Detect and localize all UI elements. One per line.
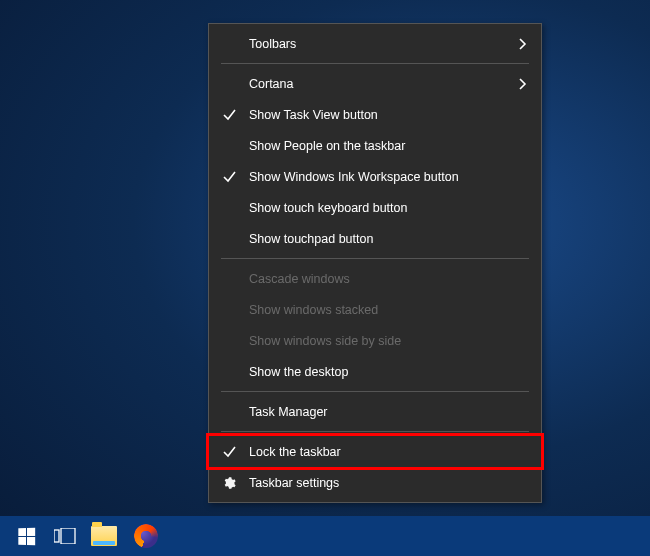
menu-item-label: Show Windows Ink Workspace button [249, 170, 511, 184]
menu-item-show-people-on-the-taskbar[interactable]: Show People on the taskbar [209, 130, 541, 161]
menu-item-show-touchpad-button[interactable]: Show touchpad button [209, 223, 541, 254]
menu-separator [221, 391, 529, 392]
menu-item-label: Lock the taskbar [249, 445, 511, 459]
menu-item-cortana[interactable]: Cortana [209, 68, 541, 99]
menu-item-task-manager[interactable]: Task Manager [209, 396, 541, 427]
menu-item-show-windows-stacked: Show windows stacked [209, 294, 541, 325]
menu-item-label: Show windows stacked [249, 303, 511, 317]
menu-item-label: Show Task View button [249, 108, 511, 122]
menu-item-label: Show windows side by side [249, 334, 511, 348]
chevron-right-icon [511, 38, 527, 50]
menu-item-lock-the-taskbar[interactable]: Lock the taskbar [209, 436, 541, 467]
menu-item-show-windows-ink-workspace-button[interactable]: Show Windows Ink Workspace button [209, 161, 541, 192]
menu-item-show-the-desktop[interactable]: Show the desktop [209, 356, 541, 387]
menu-item-label: Show People on the taskbar [249, 139, 511, 153]
file-explorer-button[interactable] [84, 516, 124, 556]
svg-rect-0 [54, 530, 59, 542]
task-view-button[interactable] [48, 516, 82, 556]
folder-icon [91, 526, 117, 546]
task-view-icon [54, 528, 76, 544]
menu-item-label: Show touch keyboard button [249, 201, 511, 215]
menu-item-taskbar-settings[interactable]: Taskbar settings [209, 467, 541, 498]
menu-item-label: Toolbars [249, 37, 511, 51]
check-icon [209, 445, 249, 458]
menu-item-label: Cortana [249, 77, 511, 91]
check-icon [209, 108, 249, 121]
menu-separator [221, 63, 529, 64]
taskbar [0, 516, 650, 556]
start-button[interactable] [6, 516, 46, 556]
menu-item-label: Taskbar settings [249, 476, 511, 490]
svg-rect-1 [61, 528, 75, 544]
firefox-button[interactable] [126, 516, 166, 556]
gear-icon [209, 476, 249, 490]
windows-logo-icon [18, 527, 35, 545]
menu-item-cascade-windows: Cascade windows [209, 263, 541, 294]
menu-item-label: Show the desktop [249, 365, 511, 379]
menu-item-show-task-view-button[interactable]: Show Task View button [209, 99, 541, 130]
menu-separator [221, 258, 529, 259]
chevron-right-icon [511, 78, 527, 90]
menu-separator [221, 431, 529, 432]
menu-item-show-windows-side-by-side: Show windows side by side [209, 325, 541, 356]
menu-item-show-touch-keyboard-button[interactable]: Show touch keyboard button [209, 192, 541, 223]
menu-item-label: Show touchpad button [249, 232, 511, 246]
menu-item-label: Task Manager [249, 405, 511, 419]
menu-item-label: Cascade windows [249, 272, 511, 286]
check-icon [209, 170, 249, 183]
menu-item-toolbars[interactable]: Toolbars [209, 28, 541, 59]
firefox-icon [134, 524, 158, 548]
taskbar-context-menu: ToolbarsCortanaShow Task View buttonShow… [208, 23, 542, 503]
